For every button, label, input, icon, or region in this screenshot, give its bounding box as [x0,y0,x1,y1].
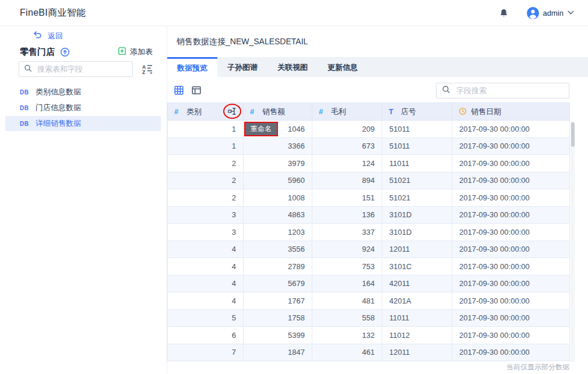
tab-label: 子孙图谱 [227,63,258,71]
table-cell: 3101C [382,258,452,276]
table-cell: 51011 [382,137,452,155]
sidebar: 返回 零售门店 添加表 AZ [0,26,167,374]
table-cell: 4 [168,292,244,310]
table-cell: 7 [168,344,244,361]
table-cell: 4 [168,258,244,276]
back-icon [33,30,43,42]
table-cell: 164 [312,275,382,292]
sidebar-search-input[interactable] [36,64,128,74]
table-row: 11046209510112017-09-30 00:00:00 [168,121,570,138]
sidebar-item[interactable]: DB门店信息数据 [5,100,161,115]
table-cell: 3979 [244,155,312,172]
column-label: 类别 [186,107,202,116]
table-cell: 1 [168,121,244,138]
column-header[interactable]: #销售额 [244,103,312,121]
table-cell: 4 [168,275,244,292]
table-group-header: 零售门店 添加表 [20,45,153,58]
scrollbar-track[interactable] [571,121,575,362]
chevron-down-icon[interactable] [568,10,574,15]
table-row: 348631363101D2017-09-30 00:00:00 [168,206,570,224]
table-cell: 4 [168,241,244,258]
table-cell: 2017-09-30 00:00:00 [452,275,570,292]
table-cell: 51011 [382,121,452,138]
tab-3[interactable]: 更新信息 [318,57,368,77]
field-search-input[interactable] [455,86,564,96]
notification-bell-icon[interactable] [499,8,508,18]
table-cell: 2017-09-30 00:00:00 [452,172,570,189]
add-table-icon [118,47,126,58]
tab-0[interactable]: 数据预览 [167,57,217,77]
rename-tooltip[interactable]: 重命名 [244,122,278,136]
table-cell: 51021 [382,189,452,207]
column-header[interactable]: T店号 [382,103,452,121]
column-header[interactable]: #毛利 [312,103,382,121]
data-table: #类别#销售额#毛利T店号销售日期 11046209510112017-09-3… [167,103,570,361]
rename-column-icon[interactable] [227,107,237,116]
table-cell: 132 [312,327,382,344]
table-cell: 11012 [382,327,452,344]
column-label: 毛利 [331,107,346,116]
page-title: 销售数据连接_NEW_SALESDETAIL [177,37,308,47]
table-cell: 151 [312,189,382,207]
number-type-icon: # [174,107,184,116]
table-cell: 753 [312,258,382,276]
sidebar-item-label: 详细销售数据 [36,118,81,129]
table-cell: 2 [168,155,244,172]
table-row: 312033373101D2017-09-30 00:00:00 [168,224,570,241]
table-cell: 11011 [382,155,452,172]
number-type-icon: # [319,107,329,116]
main-panel: 销售数据连接_NEW_SALESDETAIL 数据预览子孙图谱关联视图更新信息 … [167,26,588,374]
table-body: 11046209510112017-09-30 00:00:0013366673… [168,121,570,361]
tab-2[interactable]: 关联视图 [267,57,318,77]
sidebar-search-row: AZ [19,61,154,77]
field-search[interactable] [436,83,569,98]
table-row: 427897533101C2017-09-30 00:00:00 [168,258,570,276]
table-cell: 558 [312,309,382,327]
sidebar-item[interactable]: DB详细销售数据 [5,116,161,131]
app-logo: FineBI商业智能 [20,0,86,26]
table-cell: 136 [312,206,382,224]
table-cell: 5679 [244,275,312,292]
sidebar-item[interactable]: DB类别信息数据 [5,84,161,100]
table-cell: 2017-09-30 00:00:00 [452,327,570,344]
finebi-app: FineBI商业智能 admin 返回 零售门店 [0,0,588,374]
column-header[interactable]: 销售日期 [452,103,570,121]
table-cell: 2017-09-30 00:00:00 [452,241,570,258]
table-cell: 51021 [382,172,452,189]
table-cell: 1 [168,137,244,155]
table-cell: 6 [168,327,244,344]
scrollbar-thumb[interactable] [571,122,575,147]
table-cell: 2017-09-30 00:00:00 [452,309,570,327]
date-type-icon [459,107,469,116]
table-cell: 209 [312,121,382,138]
layout-view-icon[interactable] [192,86,201,95]
table-cell: 4863 [244,206,312,224]
svg-text:A: A [142,64,146,70]
tab-bar: 数据预览子孙图谱关联视图更新信息 [167,57,588,77]
table-cell: 2017-09-30 00:00:00 [452,189,570,207]
back-label: 返回 [48,31,63,41]
avatar[interactable] [527,7,539,19]
table-cell: 2017-09-30 00:00:00 [452,206,570,224]
topbar-right: admin [499,0,574,26]
search-icon [24,64,32,75]
sidebar-search[interactable] [19,61,133,77]
table-row: 51758558110112017-09-30 00:00:00 [168,309,570,327]
table-cell: 2017-09-30 00:00:00 [452,137,570,155]
db-icon: DB [20,89,31,96]
add-table-button[interactable]: 添加表 [118,47,153,58]
tab-1[interactable]: 子孙图谱 [217,57,267,77]
username: admin [543,9,564,17]
sort-icon[interactable]: AZ [142,63,154,75]
back-button[interactable]: 返回 [33,30,63,43]
number-type-icon: # [250,107,260,116]
grid-view-icon[interactable] [174,86,184,95]
update-icon[interactable] [60,47,70,57]
text-type-icon: T [389,107,399,116]
add-table-label: 添加表 [130,47,153,57]
table-cell: 1847 [244,344,312,361]
table-row: 71847461120112017-09-30 00:00:00 [168,344,570,361]
table-cell: 1758 [244,309,312,327]
table-cell: 2 [168,189,244,207]
table-cell: 2017-09-30 00:00:00 [452,121,570,138]
